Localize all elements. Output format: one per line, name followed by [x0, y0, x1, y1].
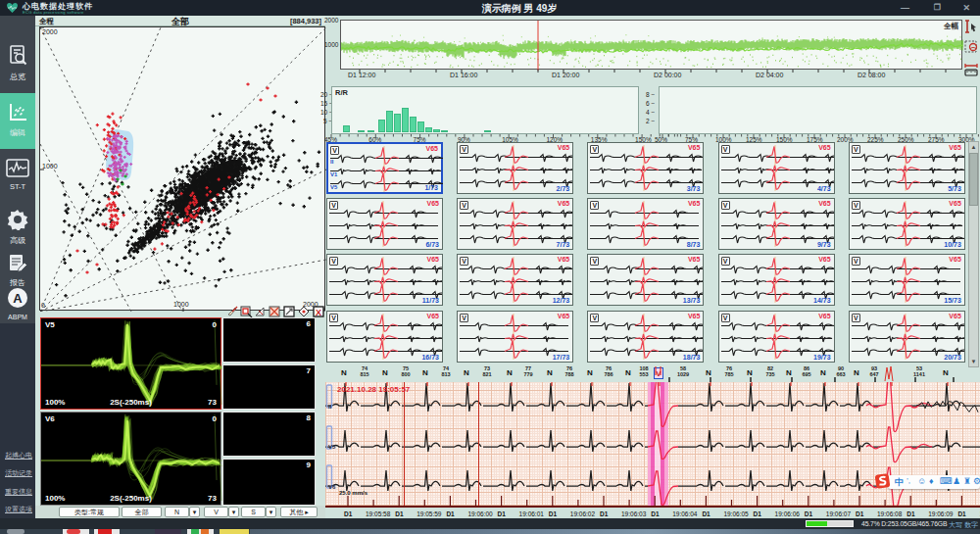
svg-text:X: X [316, 308, 321, 317]
svg-text:A: A [13, 291, 23, 306]
